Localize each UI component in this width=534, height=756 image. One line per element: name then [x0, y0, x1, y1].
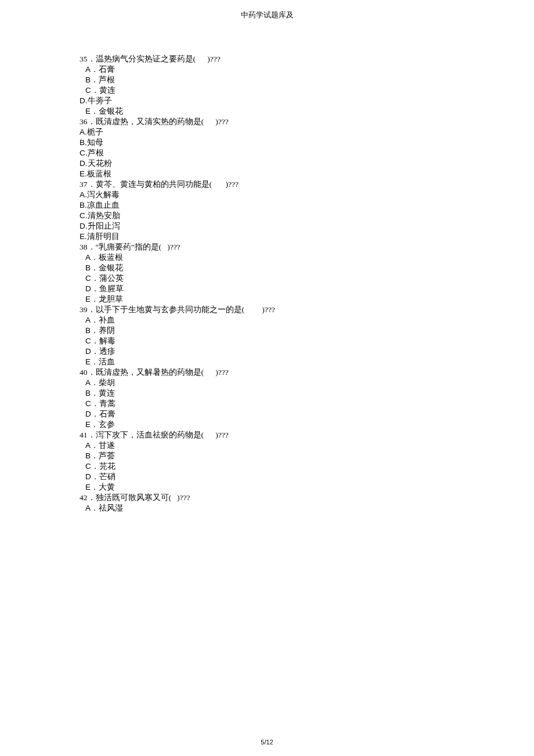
option-text: 金银花	[99, 107, 123, 115]
option-letter: C．	[85, 274, 99, 283]
option-line: B．芦根	[80, 75, 534, 85]
option-text: 青蒿	[99, 399, 116, 408]
option-line: B．黄连	[80, 388, 534, 399]
option-letter: A．	[85, 441, 99, 450]
option-text: 石膏	[99, 410, 116, 418]
option-letter: B．	[85, 326, 99, 335]
option-letter: D．	[85, 410, 99, 418]
question-line: 36．既清虚热，又清实热的药物是( )???	[80, 117, 534, 127]
option-text: 芦荟	[99, 451, 115, 460]
option-letter: C．	[85, 399, 99, 408]
option-text: 清肝明目	[87, 232, 120, 241]
option-line: E．金银花	[80, 106, 534, 117]
option-letter: A．	[85, 504, 99, 512]
option-text: 黄连	[99, 389, 115, 397]
option-letter: A．	[85, 253, 99, 262]
option-text: 金银花	[99, 263, 123, 272]
option-line: E.清肝明目	[80, 231, 534, 242]
question-line: 40．既清虚热，又解暑热的药物是( )???	[80, 367, 534, 378]
option-letter: D．	[85, 284, 99, 293]
option-line: E.板蓝根	[80, 169, 534, 179]
option-letter: E.	[80, 169, 87, 178]
option-text: 牛蒡子	[88, 96, 112, 105]
option-letter: C．	[85, 462, 99, 471]
option-line: B．芦荟	[80, 451, 534, 461]
option-text: 石膏	[99, 65, 115, 74]
option-letter: E.	[80, 232, 87, 241]
option-line: A．石膏	[80, 64, 534, 75]
option-line: C．青蒿	[80, 399, 534, 409]
option-letter: E．	[85, 357, 99, 366]
question-line: 38．"乳痈要药"指的是( )???	[80, 242, 534, 252]
option-letter: B．	[85, 451, 99, 460]
option-text: 板蓝根	[99, 253, 123, 262]
option-letter: B．	[85, 263, 99, 272]
header-text: 中药学试题库及	[241, 10, 294, 19]
option-text: 知母	[87, 138, 103, 147]
option-letter: A．	[85, 378, 99, 387]
option-text: 解毒	[99, 337, 116, 345]
option-line: A.栀子	[80, 127, 534, 138]
question-line: 35．温热病气分实热证之要药是( )???	[80, 54, 534, 64]
option-letter: E．	[85, 295, 99, 303]
option-text: 凉血止血	[87, 201, 120, 209]
option-text: 清热安胎	[88, 211, 120, 220]
option-line: A.泻火解毒	[80, 190, 534, 200]
option-text: 补血	[99, 316, 115, 324]
option-text: 透疹	[99, 347, 116, 356]
option-text: 升阳止泻	[88, 222, 120, 230]
option-line: A．板蓝根	[80, 252, 534, 263]
option-letter: D．	[85, 472, 99, 481]
option-text: 芦根	[88, 149, 104, 157]
option-text: 大黄	[99, 483, 115, 491]
option-letter: B.	[80, 138, 87, 147]
option-line: D．透疹	[80, 346, 534, 357]
option-text: 柴胡	[99, 378, 115, 387]
option-letter: D.	[80, 159, 88, 168]
option-letter: C．	[85, 337, 99, 345]
option-letter: D．	[85, 347, 99, 356]
option-line: C.清热安胎	[80, 211, 534, 221]
option-line: D.天花粉	[80, 158, 534, 169]
option-line: A．祛风湿	[80, 503, 534, 513]
option-text: 栀子	[87, 128, 103, 136]
page-footer: 5/12	[0, 739, 534, 746]
content-area: 35．温热病气分实热证之要药是( )???A．石膏B．芦根C．黄连D.牛蒡子E．…	[0, 20, 534, 513]
option-line: B．养阴	[80, 325, 534, 336]
option-text: 黄连	[99, 86, 116, 95]
option-letter: B．	[85, 75, 99, 84]
option-line: A．甘遂	[80, 440, 534, 451]
option-text: 鱼腥草	[99, 284, 124, 293]
option-letter: A．	[85, 65, 99, 74]
option-line: C.芦根	[80, 148, 534, 158]
question-line: 41．泻下攻下，活血祛瘀的药物是( )???	[80, 430, 534, 440]
option-text: 龙胆草	[99, 295, 123, 303]
option-line: E．活血	[80, 357, 534, 367]
option-line: E．大黄	[80, 482, 534, 493]
option-letter: C．	[85, 86, 99, 95]
option-text: 蒲公英	[99, 274, 124, 283]
question-line: 42．独活既可散风寒又可( )???	[80, 493, 534, 503]
option-letter: E．	[85, 483, 99, 491]
option-line: D．石膏	[80, 409, 534, 419]
option-line: B.知母	[80, 138, 534, 148]
option-letter: D.	[80, 96, 88, 105]
question-line: 39．以手下于生地黄与玄参共同功能之一的是( )???	[80, 305, 534, 315]
option-text: 玄参	[99, 420, 115, 429]
option-line: B.凉血止血	[80, 200, 534, 211]
option-line: E．玄参	[80, 419, 534, 430]
option-text: 祛风湿	[99, 504, 123, 512]
option-line: C．蒲公英	[80, 273, 534, 284]
option-line: C．解毒	[80, 336, 534, 346]
option-text: 芫花	[99, 462, 116, 471]
option-text: 养阴	[99, 326, 115, 335]
option-letter: E．	[85, 420, 99, 429]
page-header: 中药学试题库及	[0, 0, 534, 20]
option-text: 甘遂	[99, 441, 115, 450]
option-letter: D.	[80, 222, 88, 230]
option-line: D.升阳止泻	[80, 221, 534, 231]
page-number: 5/12	[261, 739, 273, 746]
option-line: B．金银花	[80, 263, 534, 273]
option-letter: A．	[85, 316, 99, 324]
option-text: 活血	[99, 357, 115, 366]
